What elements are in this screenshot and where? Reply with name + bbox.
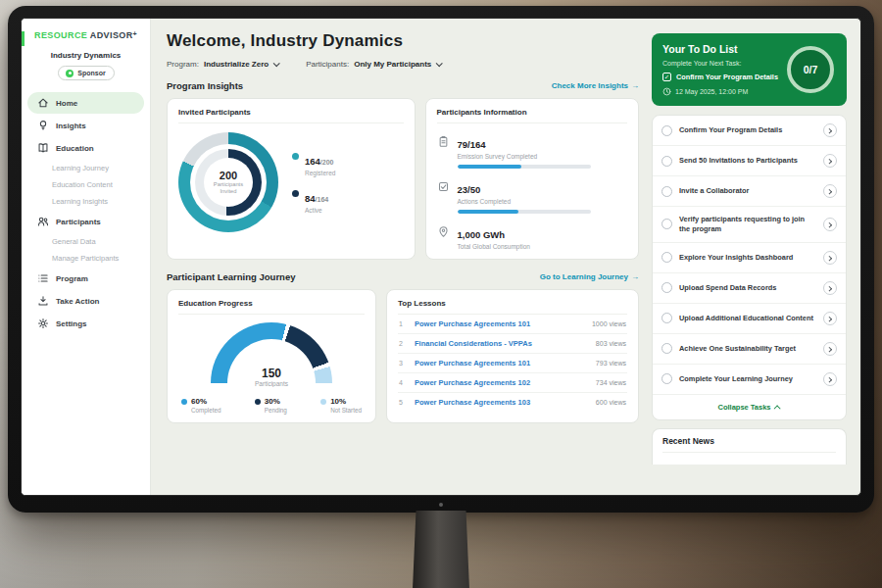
task-checkbox[interactable] (662, 125, 672, 136)
task-checkbox[interactable] (662, 156, 672, 167)
task-open-button[interactable] (823, 372, 837, 386)
chevron-up-icon (773, 405, 780, 412)
stat-emission-survey: 79/164 Emission Survey Completed (437, 134, 628, 169)
todo-next-task[interactable]: ✓ Confirm Your Program Details (662, 73, 781, 81)
legend-value: 30% (265, 397, 280, 406)
lesson-title-link[interactable]: Power Purchase Agreements 101 (415, 359, 589, 368)
stat-label: Total Global Consumption (458, 243, 530, 250)
program-filter-dropdown[interactable]: Program: Industrialize Zero (167, 60, 278, 69)
lesson-row[interactable]: 4 Power Purchase Agreements 102 734 view… (398, 373, 627, 393)
task-label: Verify participants requesting to join t… (679, 215, 816, 234)
lesson-rank: 5 (399, 399, 408, 406)
program-insights-cards: Invited Participants 200 Participants In… (167, 98, 639, 260)
task-checkbox[interactable] (662, 313, 672, 323)
card-title: Top Lessons (398, 299, 627, 315)
recent-news-card: Recent News (652, 428, 847, 465)
task-open-button[interactable] (823, 342, 837, 356)
checkbox-icon[interactable]: ✓ (662, 73, 671, 81)
task-checkbox[interactable] (662, 373, 672, 384)
take-action-icon (37, 295, 49, 307)
sidebar-item-label: Settings (56, 319, 87, 328)
task-checkbox[interactable] (662, 219, 672, 229)
sidebar-item-education[interactable]: Education (27, 137, 144, 159)
sponsor-badge[interactable]: Sponsor (58, 66, 115, 80)
task-checkbox[interactable] (662, 252, 672, 263)
program-list-icon (37, 272, 49, 284)
task-open-button[interactable] (823, 184, 837, 198)
sidebar-item-program[interactable]: Program (27, 268, 144, 289)
learning-journey-title: Participant Learning Journey (167, 271, 295, 282)
sidebar-item-learning-journey[interactable]: Learning Journey (22, 160, 150, 176)
home-icon (37, 97, 49, 109)
collapse-tasks-button[interactable]: Collapse Tasks (653, 395, 846, 419)
todo-progress-value: 0/7 (804, 64, 818, 75)
task-open-button[interactable] (823, 218, 837, 231)
donut-center-value: 200 (220, 170, 237, 181)
task-row[interactable]: Invite a Collaborator (653, 176, 846, 207)
task-row[interactable]: Complete Your Learning Journey (653, 365, 846, 395)
participants-filter-dropdown[interactable]: Participants: Only My Participants (306, 60, 441, 69)
legend-dot-teal (292, 153, 299, 160)
lesson-title-link[interactable]: Power Purchase Agreements 102 (415, 378, 589, 387)
check-glyph: ✓ (664, 74, 669, 81)
task-checkbox[interactable] (662, 343, 672, 354)
lesson-row[interactable]: 5 Power Purchase Agreements 103 600 view… (398, 393, 627, 412)
recent-news-title: Recent News (662, 436, 836, 453)
task-row[interactable]: Verify participants requesting to join t… (653, 207, 846, 243)
sidebar-item-participants[interactable]: Participants (27, 211, 144, 232)
todo-due-text: 12 May 2025, 12:00 PM (675, 88, 748, 95)
task-open-button[interactable] (823, 251, 837, 265)
learning-journey-cards: Education Progress 150 Participants 60% (167, 289, 639, 423)
lesson-row[interactable]: 3 Power Purchase Agreements 101 793 view… (398, 354, 627, 373)
legend-label: Pending (265, 407, 287, 414)
go-to-learning-journey-link[interactable]: Go to Learning Journey→ (540, 272, 639, 281)
lesson-row[interactable]: 2 Financial Considerations - VPPAs 803 v… (398, 334, 627, 354)
donut-legend: 164/200 Registered 84/164 Active (292, 151, 335, 214)
task-label: Confirm Your Program Details (679, 125, 816, 135)
sidebar-item-learning-insights[interactable]: Learning Insights (22, 193, 150, 210)
monitor-logo-dot (439, 503, 443, 507)
todo-column: Your To Do List Complete Your Next Task:… (649, 19, 860, 495)
program-filter-value: Industrialize Zero (204, 60, 269, 69)
location-pin-icon (437, 225, 450, 238)
stat-value: 79/164 (458, 139, 486, 150)
gauge-center-label: 150 Participants (211, 367, 332, 387)
card-title: Invited Participants (178, 108, 404, 123)
task-label: Upload Additional Educational Content (679, 314, 816, 323)
task-row[interactable]: Explore Your Insights Dashboard (653, 243, 846, 273)
lesson-title-link[interactable]: Power Purchase Agreements 101 (415, 319, 585, 328)
check-more-insights-link[interactable]: Check More Insights→ (552, 81, 639, 90)
task-open-button[interactable] (823, 312, 837, 325)
task-row[interactable]: Achieve One Sustainability Target (653, 334, 846, 365)
sidebar-item-education-content[interactable]: Education Content (22, 176, 150, 193)
lesson-title-link[interactable]: Financial Considerations - VPPAs (415, 339, 589, 348)
link-label: Check More Insights (552, 81, 628, 90)
lesson-title-link[interactable]: Power Purchase Agreements 103 (415, 398, 589, 407)
chevron-right-icon (826, 222, 832, 228)
sidebar-item-home[interactable]: Home (27, 92, 144, 114)
sidebar-item-general-data[interactable]: General Data (22, 233, 150, 250)
sidebar-item-take-action[interactable]: Take Action (27, 290, 144, 312)
legend-value: 60% (191, 397, 207, 406)
task-row[interactable]: Send 50 Invitations to Participants (653, 146, 846, 176)
legend-item-not-started: 10% Not Started (320, 397, 362, 414)
chevron-down-icon (273, 60, 280, 67)
lesson-row[interactable]: 1 Power Purchase Agreements 101 1000 vie… (398, 315, 627, 334)
sidebar-item-manage-participants[interactable]: Manage Participants (22, 250, 150, 267)
task-row[interactable]: Upload Spend Data Records (653, 273, 846, 304)
task-row[interactable]: Upload Additional Educational Content (653, 304, 846, 334)
task-open-button[interactable] (823, 154, 837, 168)
sidebar-item-insights[interactable]: Insights (27, 115, 144, 136)
task-checkbox[interactable] (662, 186, 672, 197)
legend-dot-light (320, 399, 326, 405)
legend-value: 84 (305, 193, 316, 204)
task-open-button[interactable] (823, 281, 837, 295)
task-row[interactable]: Confirm Your Program Details (653, 116, 846, 146)
task-checkbox[interactable] (662, 282, 672, 293)
chevron-right-icon (826, 377, 832, 383)
sidebar: RESOURCE ADVISOR+ Industry Dynamics Spon… (22, 19, 151, 495)
task-open-button[interactable] (823, 123, 837, 137)
stat-global-consumption: 1,000 GWh Total Global Consumption (437, 224, 628, 250)
task-label: Complete Your Learning Journey (679, 374, 816, 384)
sidebar-item-settings[interactable]: Settings (27, 313, 144, 334)
